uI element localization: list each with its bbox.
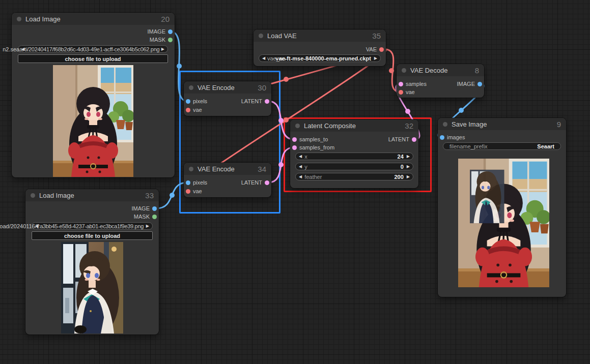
vae-slot-dot[interactable]	[399, 90, 403, 95]
input-slot-pixels[interactable]: pixels	[186, 178, 207, 187]
node-titlebar[interactable]: Latent Composite 32	[290, 119, 418, 132]
increment-arrow-icon[interactable]: ▶	[374, 56, 377, 60]
image-file-combo[interactable]: n2.seaart ◀ i/20240417/f68b2d6c-4d03-49e…	[18, 45, 168, 53]
node-id: 20	[161, 15, 170, 23]
node-vae-encode-30[interactable]: VAE Encode 30 pixels vae LATENT	[184, 81, 271, 116]
vae-slot-dot[interactable]	[186, 189, 190, 194]
node-latent-composite-32[interactable]: Latent Composite 32 samples_to samples_f…	[290, 119, 418, 188]
vae-slot-dot[interactable]	[186, 108, 190, 112]
decrement-arrow-icon[interactable]: ◀	[299, 155, 302, 159]
latent-slot-dot[interactable]	[412, 137, 416, 142]
x-number-widget[interactable]: ◀ x 24 ▶	[295, 153, 413, 160]
output-slot-image[interactable]: IMAGE	[148, 27, 173, 36]
mask-slot-dot[interactable]	[152, 215, 157, 219]
input-slot-pixels[interactable]: pixels	[186, 97, 207, 105]
output-slot-vae[interactable]: VAE	[366, 45, 384, 53]
node-title: Load Image	[25, 15, 61, 23]
latent-slot-dot[interactable]	[265, 180, 269, 185]
collapse-dot-icon[interactable]	[17, 17, 21, 21]
vae-name-combo[interactable]: ◀ vae_na vae-ft-mse-840000-ema-pruned.ck…	[259, 54, 381, 62]
output-slot-latent[interactable]: LATENT	[241, 178, 269, 187]
latent-slot-dot[interactable]	[399, 82, 403, 86]
node-load-image-33[interactable]: Load Image 33 IMAGE MASK oad/20240116/2 …	[25, 189, 159, 335]
collapse-dot-icon[interactable]	[189, 85, 193, 90]
choose-file-button[interactable]: choose file to upload	[18, 54, 168, 63]
image-slot-dot[interactable]	[477, 82, 482, 86]
latent-slot-dot[interactable]	[292, 137, 297, 142]
latent-slot-dot[interactable]	[292, 145, 297, 150]
input-slot-images[interactable]: images	[440, 133, 465, 141]
node-title: Load Image	[39, 192, 74, 199]
input-slot-vae[interactable]: vae	[399, 88, 415, 96]
load-image-20-preview	[53, 65, 133, 177]
graph-canvas[interactable]: { "colors": { "image": "#64b5f6", "mask"…	[0, 0, 590, 364]
node-id: 30	[258, 83, 266, 92]
output-slot-image[interactable]: IMAGE	[457, 80, 482, 88]
node-title: Load VAE	[267, 32, 297, 40]
widget-label: y	[304, 164, 307, 170]
node-titlebar[interactable]: Save Image 9	[438, 118, 566, 130]
widget-label: filename_prefix	[449, 143, 488, 149]
node-id: 33	[145, 191, 154, 200]
node-titlebar[interactable]: VAE Decode 8	[397, 64, 484, 76]
filename-overflow-text: oad/20240116/2	[0, 223, 40, 229]
feather-number-widget[interactable]: ◀ feather 200 ▶	[295, 173, 413, 180]
widget-label: feather	[304, 174, 322, 180]
filename-text: a3bb45-e58d-4237-ab01-ec3bca1f9e39.png	[40, 223, 145, 229]
node-titlebar[interactable]: VAE Encode 30	[184, 81, 271, 94]
widget-label: x	[304, 154, 307, 160]
y-number-widget[interactable]: ◀ y 0 ▶	[295, 163, 413, 170]
image-slot-dot[interactable]	[440, 135, 444, 140]
vae-slot-dot[interactable]	[379, 47, 384, 52]
node-vae-decode-8[interactable]: VAE Decode 8 samples vae IMAGE	[397, 64, 484, 98]
node-title: VAE Encode	[198, 165, 235, 173]
input-slot-vae[interactable]: vae	[186, 106, 202, 114]
node-titlebar[interactable]: Load VAE 35	[254, 29, 386, 42]
node-titlebar[interactable]: Load Image 33	[25, 189, 159, 201]
increment-arrow-icon[interactable]: ▶	[407, 155, 410, 159]
input-slot-samples[interactable]: samples	[399, 80, 427, 88]
mask-slot-dot[interactable]	[168, 38, 173, 42]
input-slot-vae[interactable]: vae	[186, 187, 202, 195]
input-slot-samples-to[interactable]: samples_to	[292, 135, 328, 143]
node-vae-encode-34[interactable]: VAE Encode 34 pixels vae LATENT	[184, 163, 271, 197]
filename-prefix-widget[interactable]: filename_prefix Seaart	[443, 142, 561, 150]
decrement-arrow-icon[interactable]: ◀	[21, 47, 24, 51]
increment-arrow-icon[interactable]: ▶	[161, 47, 164, 51]
node-load-vae-35[interactable]: Load VAE 35 VAE ◀ vae_na vae-ft-mse-8400…	[254, 29, 386, 66]
collapse-dot-icon[interactable]	[189, 167, 193, 171]
node-titlebar[interactable]: Load Image 20	[12, 13, 175, 25]
node-load-image-20[interactable]: Load Image 20 IMAGE MASK n2.seaart ◀ i/2…	[12, 13, 175, 177]
output-slot-latent[interactable]: LATENT	[241, 97, 269, 105]
image-slot-dot[interactable]	[186, 180, 190, 185]
increment-arrow-icon[interactable]: ▶	[146, 224, 149, 228]
output-slot-image[interactable]: IMAGE	[132, 204, 157, 213]
output-slot-latent[interactable]: LATENT	[388, 135, 416, 143]
node-save-image-9[interactable]: Save Image 9 images filename_prefix Seaa…	[438, 118, 566, 297]
output-slot-mask[interactable]: MASK	[134, 213, 157, 221]
image-slot-dot[interactable]	[152, 206, 157, 211]
input-slot-samples-from[interactable]: samples_from	[292, 143, 334, 151]
decrement-arrow-icon[interactable]: ◀	[299, 165, 302, 169]
collapse-dot-icon[interactable]	[443, 122, 447, 127]
image-slot-dot[interactable]	[186, 99, 190, 104]
image-slot-dot[interactable]	[168, 29, 173, 34]
latent-slot-dot[interactable]	[265, 99, 269, 104]
decrement-arrow-icon[interactable]: ◀	[35, 224, 38, 228]
output-slot-mask[interactable]: MASK	[150, 36, 173, 44]
collapse-dot-icon[interactable]	[295, 124, 300, 128]
wire-dot	[459, 108, 464, 113]
collapse-dot-icon[interactable]	[402, 68, 406, 73]
decrement-arrow-icon[interactable]: ◀	[262, 56, 265, 60]
increment-arrow-icon[interactable]: ▶	[407, 175, 410, 179]
node-id: 9	[557, 120, 561, 129]
wire-dot	[389, 68, 394, 73]
decrement-arrow-icon[interactable]: ◀	[299, 175, 302, 179]
collapse-dot-icon[interactable]	[259, 34, 263, 38]
node-titlebar[interactable]: VAE Encode 34	[184, 163, 271, 175]
choose-file-button[interactable]: choose file to upload	[32, 231, 153, 240]
node-id: 35	[372, 32, 381, 40]
collapse-dot-icon[interactable]	[31, 193, 35, 198]
increment-arrow-icon[interactable]: ▶	[407, 165, 410, 169]
image-file-combo[interactable]: oad/20240116/2 ◀ a3bb45-e58d-4237-ab01-e…	[32, 222, 153, 230]
